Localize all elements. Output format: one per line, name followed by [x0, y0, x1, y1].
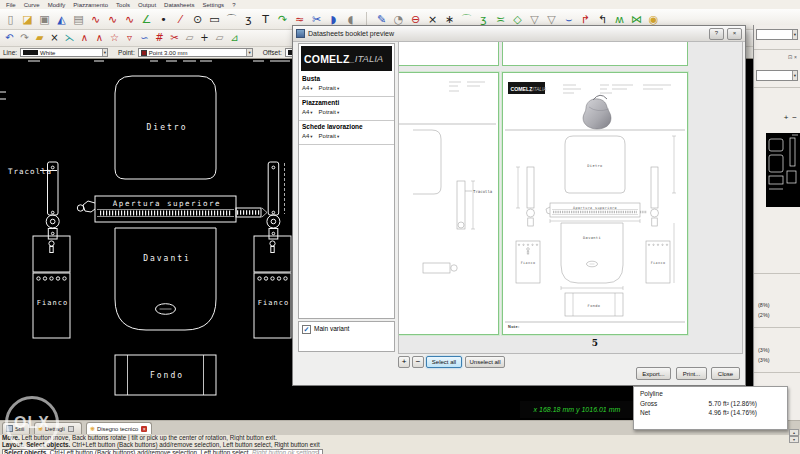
- point-style-select[interactable]: Point 3.00 mm ▾: [138, 48, 253, 57]
- menu-item[interactable]: Datasheets: [160, 2, 198, 8]
- text-caret: |: [318, 449, 320, 454]
- menu-item[interactable]: Tools: [112, 2, 134, 8]
- print-icon[interactable]: ▤: [70, 11, 87, 28]
- menu-bar: FileCurveModifyPiazzamentoToolsOutputDat…: [0, 0, 800, 9]
- value-spinner[interactable]: ▴ ▾: [789, 429, 799, 443]
- peak2-icon[interactable]: ∧: [92, 31, 107, 46]
- dropdown-arrow-icon[interactable]: ▾: [337, 134, 339, 139]
- menu-item[interactable]: Output: [134, 2, 160, 8]
- rotate-icon[interactable]: ↷: [274, 11, 291, 28]
- save-icon[interactable]: ▣: [36, 11, 53, 28]
- redo-icon[interactable]: ↷: [17, 31, 32, 46]
- booklet-section[interactable]: Busta A4▾ Potrait▾: [299, 73, 394, 97]
- scissors-icon[interactable]: ✂: [167, 31, 182, 46]
- comelz-logo: COMELZ_ITALIA: [301, 46, 392, 71]
- menu-item[interactable]: Modify: [44, 2, 70, 8]
- text-icon[interactable]: T: [257, 11, 274, 28]
- tab-disegno-tecnico[interactable]: ❋ Disegno tecnico ×: [86, 422, 152, 434]
- shoe-icon[interactable]: ∽: [137, 31, 152, 46]
- eraser-icon[interactable]: ▰: [32, 31, 47, 46]
- dropdown-arrow-icon[interactable]: ▾: [792, 30, 797, 39]
- spin-down-icon[interactable]: ▾: [789, 436, 799, 443]
- preview-page-5[interactable]: COMELZ _ITALIA: [502, 72, 688, 335]
- point-label: Point:: [118, 49, 135, 56]
- hash-icon[interactable]: #: [152, 31, 167, 46]
- main-variant-label: Main variant: [314, 325, 349, 332]
- dropdown-arrow-icon[interactable]: ▾: [792, 71, 797, 80]
- tab-indicator: [68, 426, 74, 432]
- tab-dettagli[interactable]: ❋ Dettagli: [34, 422, 82, 434]
- menu-item[interactable]: Piazzamento: [69, 2, 112, 8]
- page-label-fianco-right: Fianco: [651, 261, 666, 265]
- menu-item[interactable]: Curve: [20, 2, 44, 8]
- menu-item[interactable]: ?: [228, 2, 239, 8]
- drawing-icon: ❋: [90, 426, 95, 432]
- preview-page-4[interactable]: Tracolla: [398, 72, 499, 335]
- curve-tangent-icon[interactable]: ∠: [138, 11, 155, 28]
- peak-icon[interactable]: ∧: [77, 31, 92, 46]
- point-icon[interactable]: •: [155, 11, 172, 28]
- curve-draw-icon[interactable]: ∿: [87, 11, 104, 28]
- print-preview-icon[interactable]: ◭: [53, 11, 70, 28]
- copy-icon[interactable]: ▱: [182, 31, 197, 46]
- menu-item[interactable]: Settings: [198, 2, 228, 8]
- flag-icon[interactable]: ⊿: [227, 31, 242, 46]
- dialog-titlebar[interactable]: Datasheets booklet preview ? ×: [293, 26, 745, 42]
- dropdown-arrow-icon[interactable]: ▾: [337, 110, 339, 115]
- close-button[interactable]: Close: [711, 367, 740, 380]
- main-variant-checkbox[interactable]: ✓: [302, 325, 311, 334]
- label-davanti: Davanti: [143, 254, 191, 263]
- document-icon: [6, 425, 13, 432]
- remove-page-button[interactable]: −: [412, 356, 424, 368]
- dialog-help-button[interactable]: ?: [709, 28, 724, 40]
- minus-button[interactable]: −: [792, 113, 797, 122]
- menu-item[interactable]: File: [2, 2, 20, 8]
- new-document-icon[interactable]: ▯: [2, 11, 19, 28]
- status-line-move: Move. Left button move, Back buttons rot…: [0, 434, 800, 441]
- print-button[interactable]: Print...: [676, 367, 707, 380]
- spin-up-icon[interactable]: ▴: [789, 429, 799, 436]
- squiggle-icon[interactable]: ʒ: [240, 11, 257, 28]
- detail-icon: ❋: [38, 426, 43, 432]
- dropdown-arrow-icon[interactable]: ▾: [246, 49, 251, 56]
- pages-icon[interactable]: ▱: [212, 31, 227, 46]
- dock-icon[interactable]: ⊡: [788, 54, 792, 60]
- curve-node-icon[interactable]: ∿: [104, 11, 121, 28]
- select-all-button[interactable]: Select all: [426, 356, 462, 368]
- dropdown-arrow-icon[interactable]: ▾: [310, 110, 312, 115]
- label-fondo: Fondo: [150, 371, 184, 380]
- circle-icon[interactable]: ⊙: [189, 11, 206, 28]
- export-button[interactable]: Export...: [636, 367, 671, 380]
- sidebar-select[interactable]: ▾: [756, 29, 798, 40]
- rectangle-icon[interactable]: ▭: [206, 11, 223, 28]
- sidebar-select[interactable]: ▾: [756, 70, 798, 81]
- booklet-list-panel: COMELZ_ITALIA Busta A4▾ Potrait▾ Piazzam…: [298, 43, 395, 319]
- tab-stili[interactable]: Stili: [2, 422, 30, 434]
- arc-icon[interactable]: ⌒: [223, 11, 240, 28]
- line-swatch: [23, 50, 38, 55]
- booklet-preview-area[interactable]: Tracolla COMELZ _ITALIA: [398, 41, 743, 354]
- line-icon[interactable]: ⁄: [172, 11, 189, 28]
- wedge-icon[interactable]: ▿: [122, 31, 137, 46]
- move-icon[interactable]: +: [197, 31, 212, 46]
- tab-close-icon[interactable]: ×: [141, 426, 147, 432]
- dropdown-arrow-icon[interactable]: ▾: [337, 86, 339, 91]
- add-page-button[interactable]: +: [398, 356, 410, 368]
- plus-button[interactable]: +: [784, 113, 789, 122]
- dialog-close-button[interactable]: ×: [727, 28, 742, 40]
- dropdown-arrow-icon[interactable]: ▾: [102, 49, 107, 56]
- cross-icon[interactable]: ×: [47, 31, 62, 46]
- star-icon[interactable]: ☆: [107, 31, 122, 46]
- angle-icon[interactable]: ⋋: [62, 31, 77, 46]
- open-folder-icon[interactable]: ◪: [19, 11, 36, 28]
- pattern-thumbnail[interactable]: [766, 133, 800, 207]
- dropdown-arrow-icon[interactable]: ▾: [310, 134, 312, 139]
- dropdown-arrow-icon[interactable]: ▾: [310, 86, 312, 91]
- unselect-all-button[interactable]: Unselect all: [465, 356, 505, 368]
- booklet-section[interactable]: Schede lavorazione A4▾ Potrait▾: [299, 121, 394, 145]
- booklet-section[interactable]: Piazzamenti A4▾ Potrait▾: [299, 97, 394, 121]
- undo-icon[interactable]: ↶: [2, 31, 17, 46]
- line-style-select[interactable]: White ▾: [20, 48, 108, 57]
- close-icon[interactable]: ×: [794, 54, 797, 60]
- curve-smooth-icon[interactable]: ∿: [121, 11, 138, 28]
